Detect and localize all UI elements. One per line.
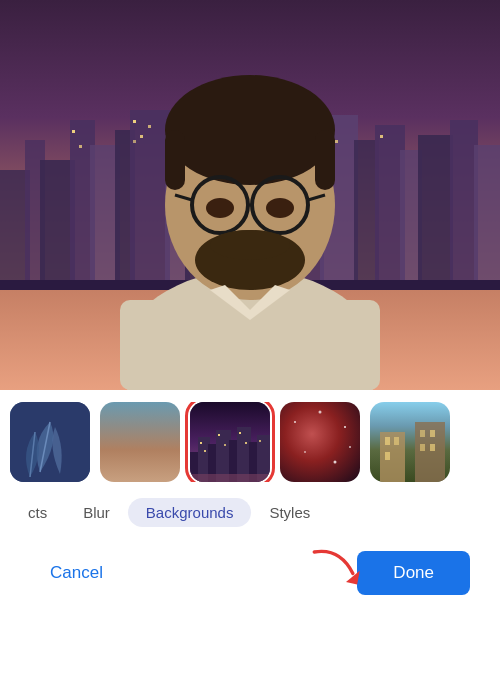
svg-rect-18 <box>450 120 478 290</box>
thumb-space-item[interactable] <box>280 402 360 482</box>
svg-point-71 <box>344 426 346 428</box>
person-overlay <box>90 30 410 390</box>
thumb-gradient-item[interactable] <box>100 402 180 482</box>
svg-point-73 <box>334 461 337 464</box>
tab-blur[interactable]: Blur <box>65 498 128 527</box>
thumbnails-section <box>0 390 500 492</box>
svg-rect-17 <box>418 135 453 290</box>
tab-effects[interactable]: cts <box>10 498 65 527</box>
svg-rect-82 <box>420 444 425 451</box>
arrow-indicator <box>310 542 370 596</box>
svg-rect-83 <box>430 444 435 451</box>
cancel-button[interactable]: Cancel <box>30 553 123 593</box>
tab-styles[interactable]: Styles <box>251 498 328 527</box>
svg-rect-65 <box>239 432 241 434</box>
svg-point-37 <box>165 75 335 185</box>
tabs-scroll: cts Blur Backgrounds Styles <box>0 498 500 527</box>
thumb-building-bg <box>370 402 450 482</box>
actions-section: Cancel Done <box>0 537 500 615</box>
svg-rect-67 <box>259 440 261 442</box>
tabs-section: cts Blur Backgrounds Styles <box>0 492 500 537</box>
thumb-city-bg <box>190 402 270 482</box>
svg-point-48 <box>210 230 290 260</box>
svg-point-70 <box>319 411 322 414</box>
thumb-gradient-bg <box>100 402 180 482</box>
svg-rect-63 <box>218 434 220 436</box>
svg-rect-64 <box>224 444 226 446</box>
svg-point-72 <box>304 451 306 453</box>
svg-rect-76 <box>385 437 390 445</box>
svg-rect-61 <box>200 442 202 444</box>
svg-rect-25 <box>79 145 82 148</box>
tab-backgrounds[interactable]: Backgrounds <box>128 498 252 527</box>
svg-rect-2 <box>40 160 75 290</box>
svg-rect-68 <box>190 474 270 482</box>
thumb-space-bg <box>280 402 360 482</box>
svg-point-69 <box>294 421 296 423</box>
svg-rect-39 <box>315 130 335 190</box>
video-preview <box>0 0 500 390</box>
svg-rect-62 <box>204 450 206 452</box>
svg-rect-77 <box>394 437 399 445</box>
thumb-building-item[interactable] <box>370 402 450 482</box>
svg-rect-24 <box>72 130 75 133</box>
thumb-leaf-item[interactable] <box>10 402 90 482</box>
svg-rect-38 <box>165 130 185 190</box>
svg-rect-75 <box>380 432 405 482</box>
svg-rect-58 <box>237 427 251 482</box>
svg-rect-80 <box>420 430 425 437</box>
svg-rect-66 <box>245 442 247 444</box>
svg-rect-19 <box>474 145 500 290</box>
thumbnails-scroll <box>0 402 500 482</box>
thumb-leaf-bg <box>10 402 90 482</box>
svg-rect-81 <box>430 430 435 437</box>
done-button[interactable]: Done <box>357 551 470 595</box>
svg-rect-78 <box>385 452 390 460</box>
svg-point-46 <box>266 198 294 218</box>
thumb-city-item[interactable] <box>190 402 270 482</box>
svg-point-74 <box>349 446 351 448</box>
svg-point-45 <box>206 198 234 218</box>
